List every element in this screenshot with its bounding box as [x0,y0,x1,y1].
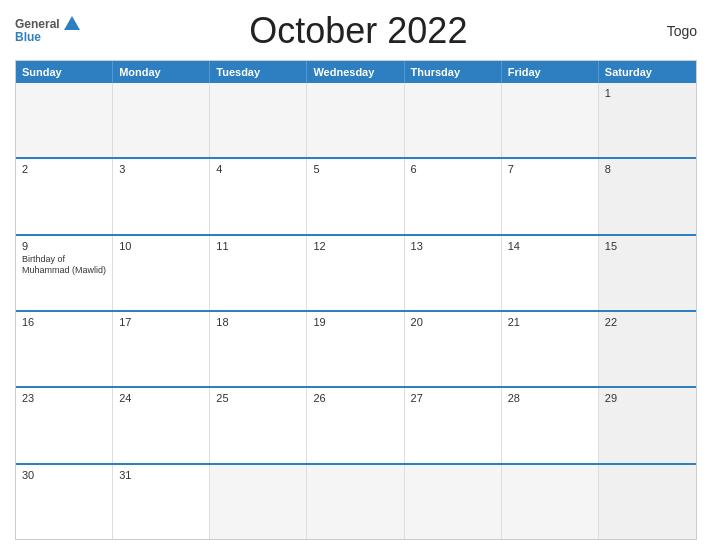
logo-blue: Blue [15,31,60,44]
day-cell [210,465,307,539]
calendar-page: General Blue October 2022 Togo SundayMon… [0,0,712,550]
day-cell: 20 [405,312,502,386]
day-cell: 8 [599,159,696,233]
day-cell: 31 [113,465,210,539]
day-cell: 22 [599,312,696,386]
day-number: 31 [119,469,203,481]
day-cell: 21 [502,312,599,386]
header: General Blue October 2022 Togo [15,10,697,52]
day-number: 18 [216,316,300,328]
month-title: October 2022 [80,10,637,52]
day-number: 30 [22,469,106,481]
day-number: 13 [411,240,495,252]
day-cell: 7 [502,159,599,233]
day-number: 26 [313,392,397,404]
day-number: 14 [508,240,592,252]
day-headers: SundayMondayTuesdayWednesdayThursdayFrid… [16,61,696,83]
day-cell [210,83,307,157]
event-label: Birthday of Muhammad (Mawlid) [22,254,106,277]
week-row: 23242526272829 [16,386,696,462]
week-row: 1 [16,83,696,157]
day-number: 19 [313,316,397,328]
day-number: 12 [313,240,397,252]
day-number: 2 [22,163,106,175]
day-cell [599,465,696,539]
day-number: 23 [22,392,106,404]
day-number: 5 [313,163,397,175]
day-number: 1 [605,87,690,99]
day-number: 20 [411,316,495,328]
day-number: 4 [216,163,300,175]
day-number: 24 [119,392,203,404]
week-row: 9Birthday of Muhammad (Mawlid)1011121314… [16,234,696,310]
logo-text: General Blue [15,18,60,44]
day-number: 28 [508,392,592,404]
day-cell: 18 [210,312,307,386]
day-cell: 4 [210,159,307,233]
day-number: 9 [22,240,106,252]
week-row: 3031 [16,463,696,539]
day-cell: 13 [405,236,502,310]
day-number: 6 [411,163,495,175]
day-cell: 28 [502,388,599,462]
day-cell: 3 [113,159,210,233]
day-cell: 11 [210,236,307,310]
day-cell [113,83,210,157]
day-number: 29 [605,392,690,404]
day-cell: 16 [16,312,113,386]
day-number: 15 [605,240,690,252]
day-cell [502,465,599,539]
day-cell: 25 [210,388,307,462]
day-cell: 19 [307,312,404,386]
day-header-sunday: Sunday [16,61,113,83]
day-number: 3 [119,163,203,175]
day-cell [405,465,502,539]
day-number: 11 [216,240,300,252]
day-cell: 30 [16,465,113,539]
day-cell: 17 [113,312,210,386]
logo: General Blue [15,18,80,44]
day-header-monday: Monday [113,61,210,83]
day-number: 17 [119,316,203,328]
day-cell: 2 [16,159,113,233]
day-header-thursday: Thursday [405,61,502,83]
day-cell [16,83,113,157]
country-label: Togo [637,23,697,39]
day-cell: 10 [113,236,210,310]
day-number: 25 [216,392,300,404]
day-cell: 5 [307,159,404,233]
day-cell: 9Birthday of Muhammad (Mawlid) [16,236,113,310]
day-cell: 14 [502,236,599,310]
calendar: SundayMondayTuesdayWednesdayThursdayFrid… [15,60,697,540]
day-number: 22 [605,316,690,328]
day-header-tuesday: Tuesday [210,61,307,83]
logo-triangle-icon [64,16,80,30]
day-cell [502,83,599,157]
day-number: 27 [411,392,495,404]
day-number: 8 [605,163,690,175]
day-header-friday: Friday [502,61,599,83]
day-cell: 6 [405,159,502,233]
day-cell: 26 [307,388,404,462]
day-cell: 29 [599,388,696,462]
day-cell [307,465,404,539]
day-cell: 15 [599,236,696,310]
day-number: 7 [508,163,592,175]
day-cell: 1 [599,83,696,157]
day-number: 16 [22,316,106,328]
day-cell: 27 [405,388,502,462]
week-row: 2345678 [16,157,696,233]
weeks: 123456789Birthday of Muhammad (Mawlid)10… [16,83,696,539]
day-number: 10 [119,240,203,252]
week-row: 16171819202122 [16,310,696,386]
day-number: 21 [508,316,592,328]
day-cell: 23 [16,388,113,462]
day-cell: 12 [307,236,404,310]
day-cell [307,83,404,157]
day-cell: 24 [113,388,210,462]
day-header-wednesday: Wednesday [307,61,404,83]
day-cell [405,83,502,157]
day-header-saturday: Saturday [599,61,696,83]
